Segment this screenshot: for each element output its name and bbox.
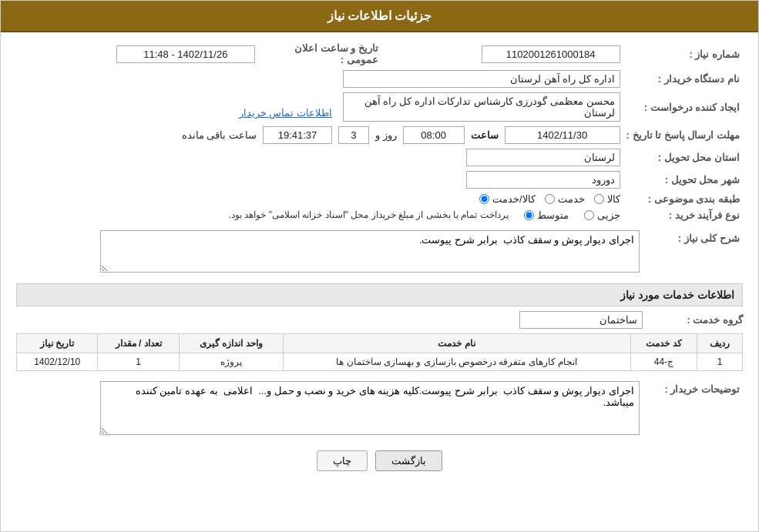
city-value: دورود [16, 169, 623, 191]
need-desc-value: اجرای دیوار پوش و سقف کاذب برابر شرح پیو… [16, 228, 643, 277]
group-service-label: گروه خدمت : [643, 314, 743, 326]
cell-qty: 1 [98, 353, 179, 371]
need-desc-section: شرح کلی نیاز : اجرای دیوار پوش و سقف کاذ… [16, 228, 743, 277]
requester-label: نام دستگاه خریدار : [623, 68, 743, 90]
deadline-label: مهلت ارسال پاسخ تا تاریخ : [623, 124, 743, 146]
creator-label: ایجاد کننده درخواست : [623, 90, 743, 124]
purchase-type-jozii[interactable]: جزیی [584, 209, 620, 221]
col-name: نام خدمت [283, 334, 630, 353]
deadline-time-field: 08:00 [403, 126, 465, 144]
deadline-remaining: 19:41:37 [263, 126, 332, 144]
requester-field: اداره کل راه آهن لرستان [343, 70, 620, 88]
cell-name: انجام کارهای متفرقه درخصوص بازسازی و بهس… [283, 353, 630, 371]
category-options: کالا خدمت کالا/خدمت [16, 191, 623, 207]
buyer-desc-section: توضیحات خریدار : اجرای دیوار پوش و سقف ک… [16, 379, 743, 440]
category-kala[interactable]: کالا [594, 193, 620, 205]
buyer-desc-textarea[interactable]: اجرای دیوار پوش و سقف کاذب برابر شرح پیو… [100, 381, 640, 435]
deadline-days-label: روز و [375, 129, 397, 141]
info-section: شماره نیاز : 1102001261000184 تاریخ و سا… [16, 40, 743, 223]
city-label: شهر محل تحویل : [623, 169, 743, 191]
cell-code: ج-44 [630, 353, 697, 371]
province-label: استان محل تحویل : [623, 146, 743, 169]
category-khedmat[interactable]: خدمت [545, 193, 585, 205]
need-desc-textarea[interactable]: اجرای دیوار پوش و سقف کاذب برابر شرح پیو… [100, 230, 640, 273]
table-row: 1ج-44انجام کارهای متفرقه درخصوص بازسازی … [17, 353, 743, 371]
purchase-type-label: نوع فرآیند خرید : [623, 207, 743, 223]
announce-date-field: 1402/11/26 - 11:48 [116, 45, 255, 63]
services-section-title: اطلاعات خدمات مورد نیاز [16, 283, 743, 306]
announce-date-value: 1402/11/26 - 11:48 [16, 40, 258, 68]
buyer-desc-value: اجرای دیوار پوش و سقف کاذب برابر شرح پیو… [16, 379, 643, 440]
deadline-time-label: ساعت [471, 129, 499, 141]
page-title: جزئیات اطلاعات نیاز [1, 1, 758, 32]
need-desc-label: شرح کلی نیاز : [643, 228, 743, 277]
contact-link[interactable]: اطلاعات تماس خریدار [239, 107, 332, 119]
province-value: لرستان [16, 146, 623, 169]
deadline-remaining-label: ساعت باقی مانده [182, 129, 257, 141]
col-unit: واحد اندازه گیری [179, 334, 283, 353]
cell-date: 1402/12/10 [17, 353, 98, 371]
group-service-field: ساختمان [519, 311, 643, 329]
category-khedmat-label: خدمت [558, 193, 585, 205]
buyer-desc-label: توضیحات خریدار : [643, 379, 743, 440]
need-number-label: شماره نیاز : [623, 40, 743, 68]
announce-date-label: تاریخ و ساعت اعلان عمومی : [258, 40, 381, 68]
deadline-days-field: 3 [338, 126, 369, 144]
cell-row: 1 [697, 353, 743, 371]
category-label: طبقه بندی موضوعی : [623, 191, 743, 207]
col-row: ردیف [697, 334, 743, 353]
purchase-type-motavasset[interactable]: متوسط [524, 209, 569, 221]
category-kala-khedmat-label: کالا/خدمت [492, 193, 536, 205]
need-number-field: 1102001261000184 [482, 45, 620, 63]
print-button[interactable]: چاپ [317, 450, 368, 471]
services-table: ردیف کد خدمت نام خدمت واحد اندازه گیری ت… [16, 333, 743, 371]
group-service-value: ساختمان [16, 311, 643, 329]
purchase-type-note: پرداخت تمام یا بخشی از مبلغ خریداز محل "… [229, 209, 509, 220]
purchase-type-options: جزیی متوسط پرداخت تمام یا بخشی از مبلغ خ… [16, 207, 623, 223]
need-number-value: 1102001261000184 [381, 40, 623, 68]
purchase-jozii-label: جزیی [597, 209, 620, 221]
col-qty: تعداد / مقدار [98, 334, 179, 353]
category-kala-label: کالا [607, 193, 620, 205]
deadline-date-field: 1402/11/30 [505, 126, 620, 144]
creator-value: محسن معظمی گودرزی کارشناس تدارکات اداره … [16, 90, 623, 124]
city-field: دورود [466, 171, 620, 189]
category-kala-khedmat[interactable]: کالا/خدمت [479, 193, 536, 205]
purchase-motavasset-label: متوسط [537, 209, 569, 221]
requester-value: اداره کل راه آهن لرستان [16, 68, 623, 90]
back-button[interactable]: بازگشت [375, 450, 442, 471]
creator-field: محسن معظمی گودرزی کارشناس تدارکات اداره … [343, 92, 620, 122]
col-code: کد خدمت [630, 334, 697, 353]
cell-unit: پروژه [179, 353, 283, 371]
col-date: تاریخ نیاز [17, 334, 98, 353]
province-field: لرستان [466, 149, 620, 166]
buttons-row: بازگشت چاپ [16, 450, 743, 471]
group-service-row: گروه خدمت : ساختمان [16, 311, 743, 329]
